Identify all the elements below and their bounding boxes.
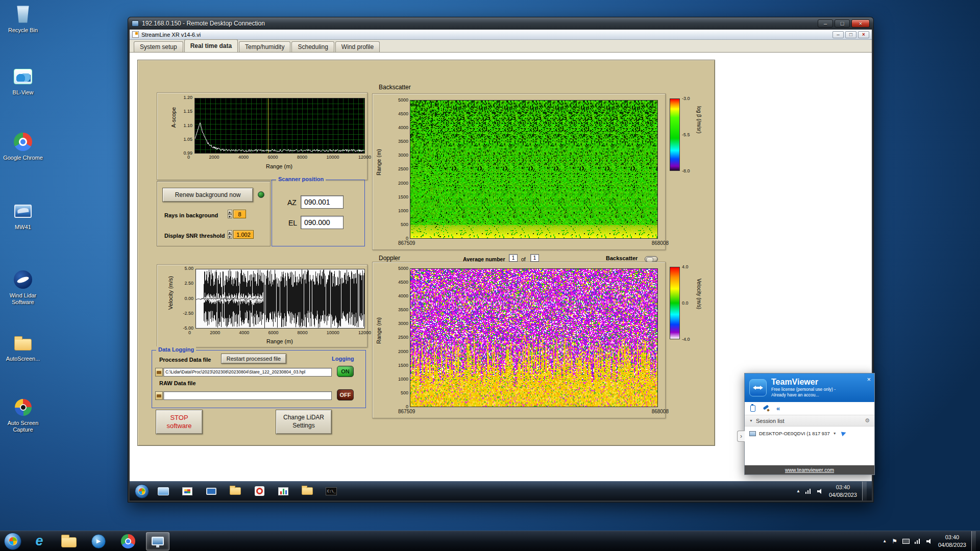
teamviewer-close-button[interactable]: × <box>867 375 871 383</box>
tick-label: 10000 <box>326 155 339 160</box>
remote-show-desktop-button[interactable] <box>862 482 867 500</box>
desktop-icon-mw41[interactable]: MW41 <box>1 201 45 231</box>
minimize-icon: – <box>837 32 840 37</box>
chrome-icon <box>11 132 35 152</box>
average-number-value[interactable]: 1 <box>509 254 518 262</box>
desktop-icon-bl-view[interactable]: BL-View <box>1 66 45 96</box>
remote-taskbar-folder2[interactable] <box>298 484 317 499</box>
decrement-icon[interactable] <box>228 214 232 219</box>
restart-processed-file-button[interactable]: Restart processed file <box>221 354 286 364</box>
el-value[interactable]: 090.000 <box>301 216 344 229</box>
desktop-icon-wind-lidar[interactable]: Wind Lidar Software <box>1 269 45 306</box>
taskbar-remote-desktop-active[interactable] <box>146 532 169 550</box>
processed-logging-toggle[interactable]: ON <box>337 366 354 377</box>
connect-cursor-icon[interactable] <box>841 431 846 436</box>
start-button[interactable] <box>4 533 21 550</box>
tab-scheduling[interactable]: Scheduling <box>291 41 334 52</box>
volume-icon[interactable] <box>817 488 824 494</box>
action-center-flag-icon[interactable]: ⚑ <box>892 538 897 545</box>
tick-label: 5000 <box>398 97 408 103</box>
rays-spinner[interactable] <box>228 210 232 218</box>
taskbar-chrome[interactable] <box>116 532 140 550</box>
taskbar-windows-explorer[interactable] <box>57 532 81 550</box>
remote-start-button[interactable] <box>135 484 149 498</box>
processed-data-file-path[interactable]: C:\Lidar\Data\Proc\2023\202308\20230804\… <box>163 368 332 377</box>
raw-logging-toggle[interactable]: OFF <box>337 389 354 400</box>
taskbar-media-player[interactable]: ▶ <box>87 532 110 550</box>
raw-data-file-path[interactable] <box>163 391 332 400</box>
show-desktop-button[interactable] <box>971 531 976 551</box>
desktop-icon-auto-screen-capture[interactable]: Auto Screen Capture <box>1 397 45 433</box>
rdp-titlebar[interactable]: 192.168.0.150 - Remote Desktop Connectio… <box>128 17 873 30</box>
network-icon[interactable] <box>805 488 812 494</box>
tick-label: 0.0 <box>682 300 689 306</box>
tick-label: 500 <box>401 222 408 227</box>
remote-taskbar-monitor-app[interactable] <box>202 484 221 499</box>
remote-taskbar-cmd[interactable]: C:\_ <box>322 484 341 499</box>
tick-label: 1500 <box>398 363 408 368</box>
remote-taskbar-chart-app[interactable] <box>274 484 293 499</box>
tick-label: 4500 <box>398 280 408 285</box>
rdp-minimize-button[interactable]: – <box>818 19 833 28</box>
doppler-heatmap-canvas <box>410 268 658 407</box>
increment-icon[interactable] <box>228 230 232 235</box>
desktop-icon-label: Google Chrome <box>3 155 43 161</box>
taskbar-internet-explorer[interactable]: e <box>28 532 51 550</box>
hidden-icons-button[interactable]: ▲ <box>796 489 800 493</box>
clipboard-icon[interactable] <box>750 405 755 412</box>
remote-taskbar-power-app[interactable] <box>250 484 269 499</box>
desktop-icon-recycle-bin[interactable]: Recycle Bin <box>1 4 45 34</box>
collapse-icon[interactable]: « <box>776 405 780 412</box>
app-close-button[interactable]: × <box>858 31 869 38</box>
session-list-item[interactable]: DESKTOP-OE0QDVI (1 817 937 ▼ <box>745 427 874 440</box>
rays-in-background-value[interactable]: 8 <box>233 210 246 218</box>
raw-path-browse-icon[interactable] <box>155 391 163 400</box>
x-end-label: 868008 <box>652 240 669 246</box>
teamviewer-license-text: Free license (personal use only) - Alrea… <box>771 387 849 398</box>
tab-system-setup[interactable]: System setup <box>134 41 183 52</box>
remote-clock[interactable]: 03:40 04/08/2023 <box>829 484 857 498</box>
increment-icon[interactable] <box>228 210 232 214</box>
change-button-line2: Settings <box>292 422 314 430</box>
hidden-icons-button[interactable]: ▲ <box>883 539 887 543</box>
tab-real-time-data[interactable]: Real time data <box>184 39 238 52</box>
processed-path-browse-icon[interactable] <box>155 368 163 377</box>
decrement-icon[interactable] <box>228 235 232 239</box>
doppler-x-range: 867509 868008 <box>398 409 669 414</box>
system-tray: ▲ ⚑ 03:40 04/08/2023 <box>883 531 976 551</box>
tab-temp-humidity[interactable]: Temp/humidity <box>239 41 290 52</box>
teamviewer-website-link[interactable]: www.teamviewer.com <box>745 465 874 474</box>
desktop-icon-google-chrome[interactable]: Google Chrome <box>1 132 45 161</box>
network-icon[interactable] <box>915 538 921 544</box>
app-titlebar[interactable]: StreamLine XR v14-6.vi – □ × <box>130 30 872 40</box>
desktop-icon-autoscreen[interactable]: AutoScreen... <box>1 333 45 362</box>
remote-taskbar-folder-app[interactable] <box>226 484 245 499</box>
tick-label: 500 <box>401 390 408 395</box>
az-value[interactable]: 090.001 <box>301 195 344 209</box>
panel-expander[interactable]: › <box>737 431 745 442</box>
change-lidar-settings-button[interactable]: Change LiDAR Settings <box>276 410 332 434</box>
clock[interactable]: 03:40 04/08/2023 <box>938 534 966 548</box>
rdp-close-button[interactable]: × <box>851 19 870 28</box>
session-list-header[interactable]: ▼ Session list ⚙ <box>745 415 874 427</box>
session-device-name: DESKTOP-OE0QDVI (1 817 937 <box>759 431 830 436</box>
average-count-value[interactable]: 1 <box>530 254 539 262</box>
tick-label: 8000 <box>298 330 308 335</box>
computer-icon <box>749 431 756 436</box>
app-maximize-button[interactable]: □ <box>845 31 856 38</box>
display-snr-threshold-value[interactable]: 1.002 <box>233 230 254 239</box>
snr-spinner[interactable] <box>228 230 232 239</box>
tab-wind-profile[interactable]: Wind profile <box>335 41 380 52</box>
volume-icon[interactable] <box>926 538 933 544</box>
rdp-maximize-button[interactable]: □ <box>835 19 850 28</box>
rdp-tray-icon[interactable] <box>902 539 910 544</box>
app-minimize-button[interactable]: – <box>832 31 844 38</box>
stop-software-button[interactable]: STOP software <box>156 410 203 434</box>
remote-taskbar-explorer[interactable] <box>154 484 173 499</box>
gear-icon[interactable]: ⚙ <box>865 417 870 424</box>
remote-taskbar-photo-app[interactable] <box>178 484 197 499</box>
renew-background-button[interactable]: Renew background now <box>162 188 253 202</box>
brush-icon[interactable] <box>763 405 769 412</box>
tick-label: -4.0 <box>682 337 690 342</box>
chevron-down-icon[interactable]: ▼ <box>833 432 837 435</box>
